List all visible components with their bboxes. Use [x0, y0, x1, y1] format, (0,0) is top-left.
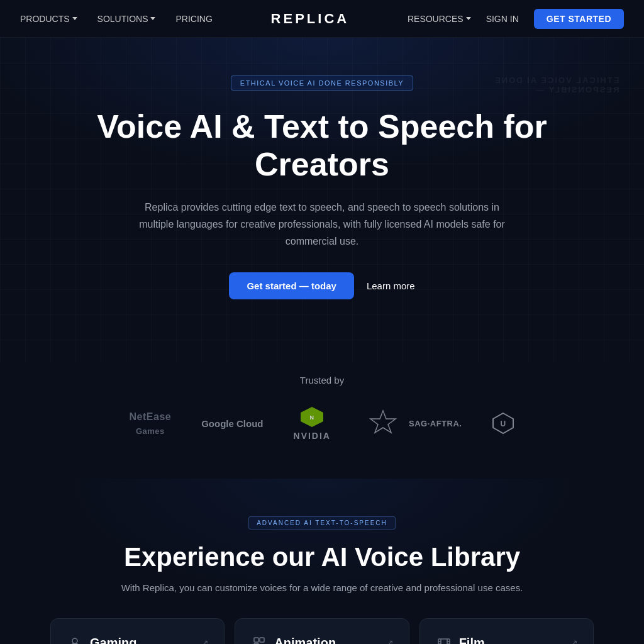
nav-right: RESOURCES SIGN IN GET STARTED [408, 9, 624, 29]
logo-sag-aftra: SAG·AFTRA. [361, 408, 462, 439]
logo-unity: U [492, 412, 514, 435]
nav-solutions-chevron [150, 17, 155, 20]
navbar: PRODUCTS SOLUTIONS PRICING REPLICA RESOU… [0, 0, 644, 38]
trusted-label: Trusted by [20, 375, 624, 386]
card-gaming: Gaming ↗ With Replica, you can customize… [50, 618, 225, 644]
nvidia-icon: N [299, 406, 325, 428]
card-gaming-title-row: Gaming [66, 634, 136, 644]
card-animation-header: Animation ↗ [250, 634, 393, 644]
svg-text:U: U [501, 419, 506, 428]
sag-aftra-icon [361, 408, 405, 439]
cards-grid: Gaming ↗ With Replica, you can customize… [20, 618, 624, 644]
svg-point-3 [72, 638, 77, 643]
animation-external-link[interactable]: ↗ [386, 638, 394, 644]
nav-resources[interactable]: RESOURCES [408, 14, 471, 24]
site-logo[interactable]: REPLICA [271, 11, 350, 27]
nav-pricing[interactable]: PRICING [175, 14, 212, 24]
nav-get-started-button[interactable]: GET STARTED [534, 9, 624, 29]
voice-library-badge: ADVANCED AI TEXT-TO-SPEECH [248, 516, 396, 530]
nav-left: PRODUCTS SOLUTIONS PRICING [20, 14, 213, 24]
card-animation: Animation ↗ Add dynamic and immersive ch… [235, 618, 409, 644]
animation-icon [250, 634, 268, 644]
logo-nvidia: N NVIDIA [294, 406, 331, 441]
hero-subtitle: Replica provides cutting edge text to sp… [127, 199, 517, 250]
voice-library-section: ADVANCED AI TEXT-TO-SPEECH Experience ou… [0, 479, 644, 644]
card-animation-title-row: Animation [250, 634, 336, 644]
gaming-title: Gaming [90, 636, 136, 644]
trusted-section: Trusted by NetEase Games Google Cloud N … [0, 362, 644, 479]
logo-google-cloud: Google Cloud [201, 418, 263, 429]
card-film-title-row: Film [435, 634, 485, 644]
gaming-external-link[interactable]: ↗ [201, 638, 209, 644]
film-icon [435, 634, 453, 644]
svg-rect-4 [254, 638, 258, 642]
hero-title: Voice AI & Text to Speech for Creators [70, 108, 574, 184]
hero-content: ETHICAL VOICE AI DONE RESPONSIBLY Voice … [0, 38, 644, 362]
nav-resources-label: RESOURCES [408, 14, 464, 24]
nav-products-chevron [72, 17, 77, 20]
film-external-link[interactable]: ↗ [570, 638, 578, 644]
nav-pricing-label: PRICING [175, 14, 212, 24]
logo-netease: NetEase Games [130, 411, 172, 436]
hero-cta-primary[interactable]: Get started — today [229, 272, 354, 299]
svg-text:N: N [310, 414, 314, 421]
logos-row: NetEase Games Google Cloud N NVIDIA SAG·… [20, 406, 624, 441]
film-title: Film [459, 636, 485, 644]
card-film-header: Film ↗ [435, 634, 578, 644]
nav-signin[interactable]: SIGN IN [486, 14, 519, 24]
card-film: Film ↗ With Replica's AI-driven voice yo… [419, 618, 594, 644]
hero-badge: ETHICAL VOICE AI DONE RESPONSIBLY [231, 75, 413, 91]
voice-library-subtitle: With Replica, you can customize voices f… [20, 582, 624, 593]
svg-rect-5 [260, 638, 264, 642]
nav-products[interactable]: PRODUCTS [20, 14, 77, 24]
voice-library-title: Experience our AI Voice Library [20, 542, 624, 572]
animation-title: Animation [274, 636, 336, 644]
nav-solutions-label: SOLUTIONS [97, 14, 148, 24]
nav-resources-chevron [466, 17, 471, 20]
hero-section: ETHICAL VOICE AI DONERESPONSIBLY — ETHIC… [0, 38, 644, 362]
hero-cta-secondary[interactable]: Learn more [367, 280, 415, 291]
card-gaming-header: Gaming ↗ [66, 634, 209, 644]
unity-icon: U [492, 412, 514, 435]
nav-solutions[interactable]: SOLUTIONS [97, 14, 156, 24]
gaming-icon [66, 634, 84, 644]
nav-signin-label: SIGN IN [486, 14, 519, 24]
nav-products-label: PRODUCTS [20, 14, 70, 24]
hero-buttons: Get started — today Learn more [20, 272, 624, 299]
